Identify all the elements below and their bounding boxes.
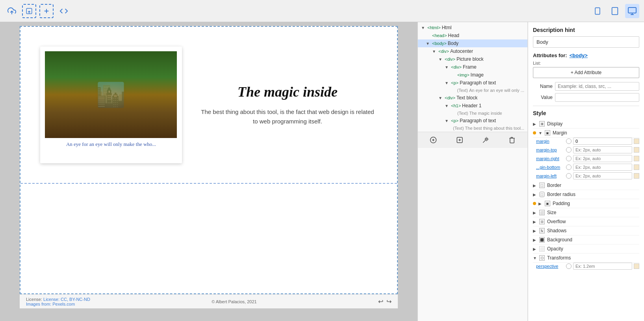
- perspective-label[interactable]: perspective: [536, 264, 564, 269]
- border-chevron: ▶: [533, 183, 538, 188]
- upload-icon[interactable]: [5, 4, 19, 18]
- add-node-btn[interactable]: [428, 134, 439, 146]
- border-radius-chevron: ▶: [533, 192, 538, 197]
- images-link[interactable]: Images from: Pexels.com: [26, 302, 75, 306]
- style-display-row[interactable]: ▶ ⊞ Display: [533, 119, 639, 129]
- props-panel: Description hint Body Attributes for: <b…: [528, 22, 644, 321]
- padding-icon: ▣: [545, 201, 550, 206]
- svg-rect-31: [45, 116, 177, 120]
- border-label: Border: [547, 183, 639, 188]
- upload-box-icon[interactable]: [22, 4, 36, 18]
- perspective-circle[interactable]: [566, 263, 572, 269]
- tree-item-text-2[interactable]: (Text) The magic inside: [418, 110, 527, 117]
- svg-rect-28: [128, 91, 135, 96]
- tree-item-image[interactable]: <img> Image: [418, 71, 527, 79]
- text-block: The magic inside The best thing about th…: [198, 84, 377, 126]
- tree-item-html[interactable]: ▼ <html> Html: [418, 24, 527, 32]
- margin-main-input[interactable]: [573, 138, 632, 145]
- opacity-icon: ⬜: [539, 246, 545, 252]
- overflow-icon: ⊡: [539, 219, 545, 224]
- margin-left-input[interactable]: [573, 172, 632, 179]
- style-overflow-row[interactable]: ▶ ⊡ Overflow: [533, 217, 639, 226]
- tree-item-text-block[interactable]: ▼ <div> Text block: [418, 94, 527, 102]
- tree-tag-body: <body>: [432, 41, 447, 46]
- tree-item-para-2[interactable]: ▼ <p> Paragraph of text: [418, 117, 527, 125]
- margin-circle-4[interactable]: [566, 164, 572, 170]
- style-title: Style: [533, 110, 639, 116]
- margin-circle-1[interactable]: [566, 138, 572, 144]
- tree-tag-autocenter: <div>: [438, 49, 449, 54]
- tree-tag-h1: <h1>: [451, 103, 461, 108]
- opacity-chevron: ▶: [533, 247, 538, 251]
- tree-label-para-1: Paragraph of text: [460, 80, 496, 86]
- margin-main-label[interactable]: margin: [536, 139, 564, 144]
- tree-item-head[interactable]: <head> Head: [418, 32, 527, 39]
- delete-btn[interactable]: [507, 134, 518, 146]
- tree-tag-picture-block: <div>: [445, 57, 455, 62]
- style-border-radius-row[interactable]: ▶ ⬚ Border radius: [533, 190, 639, 199]
- margin-right-input[interactable]: [573, 155, 632, 162]
- tree-label-image: Image: [471, 72, 484, 78]
- magic-btn[interactable]: [480, 134, 491, 146]
- border-radius-icon: ⬚: [539, 192, 545, 197]
- tree-item-para-1[interactable]: ▼ <p> Paragraph of text: [418, 79, 527, 87]
- add-attribute-button[interactable]: + Add Attribute: [533, 67, 639, 78]
- margin-circle-5[interactable]: [566, 173, 572, 179]
- tree-item-h1[interactable]: ▼ <h1> Header 1: [418, 102, 527, 110]
- svg-rect-12: [45, 51, 177, 83]
- tree-label-text-block: Text block: [457, 95, 477, 101]
- attributes-for-link[interactable]: <body>: [570, 52, 588, 58]
- undo-icon[interactable]: ↩: [378, 298, 383, 305]
- name-input[interactable]: [555, 82, 639, 91]
- tree-item-body[interactable]: ▼ <body> Body: [418, 39, 527, 47]
- tree-label-picture-block: Picture block: [457, 56, 484, 62]
- margin-bottom-input[interactable]: [573, 164, 632, 171]
- add-section-btn[interactable]: [454, 134, 465, 146]
- style-border-row[interactable]: ▶ ⬚ Border: [533, 181, 639, 190]
- tree-item-text-1[interactable]: (Text) An eye for an eye will only ...: [418, 87, 527, 94]
- margin-color-3[interactable]: [634, 156, 639, 161]
- canvas-area[interactable]: An eye for an eye will only make the who…: [0, 22, 418, 321]
- size-icon: ⬜: [539, 210, 545, 215]
- phone-view-btn[interactable]: [590, 4, 605, 18]
- margin-color-1[interactable]: [634, 138, 639, 144]
- overflow-chevron: ▶: [533, 220, 538, 224]
- tablet-view-btn[interactable]: [608, 4, 622, 18]
- shadows-chevron: ▶: [533, 229, 538, 233]
- props-divider: [533, 106, 639, 106]
- style-transforms-row[interactable]: ▼ ⬡ Transforms: [533, 254, 639, 263]
- style-background-row[interactable]: ▶ ⬛ Background: [533, 235, 639, 244]
- margin-right-label[interactable]: margin-right: [536, 156, 564, 161]
- margin-left-label[interactable]: margin-left: [536, 174, 564, 178]
- redo-icon[interactable]: ↪: [386, 298, 392, 305]
- style-opacity-row[interactable]: ▶ ⬜ Opacity: [533, 244, 639, 254]
- list-label: List:: [533, 61, 639, 65]
- add-element-icon[interactable]: [39, 4, 54, 18]
- margin-top-label[interactable]: margin-top: [536, 147, 564, 152]
- value-input[interactable]: [555, 93, 639, 102]
- style-padding-row[interactable]: ▶ ▣ Padding: [533, 199, 639, 208]
- license-link[interactable]: License: CC, BY-NC-ND: [43, 297, 90, 302]
- svg-point-37: [84, 114, 93, 124]
- perspective-input[interactable]: [573, 263, 632, 270]
- tree-item-text-3[interactable]: (Text) The best thing about this tool...: [418, 125, 527, 132]
- margin-color-5[interactable]: [634, 173, 639, 179]
- margin-top-input[interactable]: [573, 146, 632, 153]
- margin-circle-2[interactable]: [566, 147, 572, 153]
- style-margin-row[interactable]: ▼ ▣ Margin: [533, 129, 639, 138]
- tree-item-picture-block[interactable]: ▼ <div> Picture block: [418, 55, 527, 63]
- tree-toggle-html: ▼: [421, 26, 426, 30]
- margin-color-4[interactable]: [634, 164, 639, 170]
- style-size-row[interactable]: ▶ ⬜ Size: [533, 208, 639, 217]
- perspective-row: perspective: [536, 263, 639, 270]
- tree-item-autocenter[interactable]: ▼ <div> Autocenter: [418, 47, 527, 55]
- desktop-view-btn[interactable]: [625, 4, 639, 18]
- margin-circle-3[interactable]: [566, 156, 572, 161]
- margin-color-2[interactable]: [634, 147, 639, 153]
- margin-bottom-label[interactable]: ...gin-bottom: [536, 165, 564, 170]
- polaroid-frame: An eye for an eye will only make the who…: [40, 47, 182, 163]
- style-shadows-row[interactable]: ▶ ↳ Shadows: [533, 226, 639, 235]
- tree-item-frame[interactable]: ▼ <div> Frame: [418, 63, 527, 71]
- code-icon[interactable]: [57, 4, 71, 18]
- perspective-color[interactable]: [634, 263, 639, 269]
